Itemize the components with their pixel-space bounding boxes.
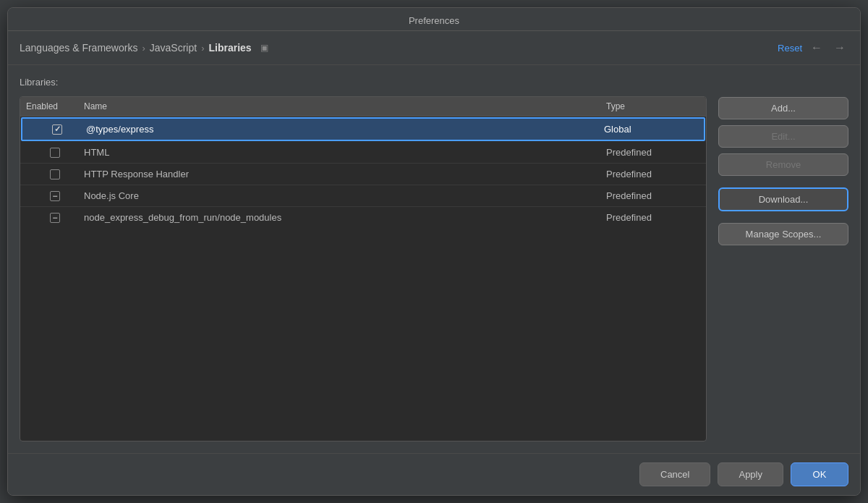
breadcrumb-row: Languages & Frameworks › JavaScript › Li… [8, 31, 860, 65]
row-1-type: Global [604, 124, 698, 135]
row-2-type: Predefined [606, 147, 700, 158]
table-row[interactable]: HTML Predefined [20, 142, 706, 164]
download-button[interactable]: Download... [718, 187, 848, 211]
row-1-name: @types/express [86, 124, 604, 135]
row-2-checkbox[interactable] [50, 148, 60, 158]
left-panel: Libraries: Enabled Name Type @types/expr… [20, 77, 707, 441]
row-1-enabled-cell [28, 124, 86, 135]
row-4-type: Predefined [606, 190, 700, 201]
table-row[interactable]: Node.js Core Predefined [20, 185, 706, 207]
row-4-name: Node.js Core [84, 190, 606, 201]
table-row[interactable]: node_express_debug_from_run/node_modules… [20, 207, 706, 228]
col-name: Name [84, 101, 606, 111]
reset-button[interactable]: Reset [778, 43, 802, 54]
row-3-enabled-cell [26, 169, 84, 179]
layout-icon: ▣ [260, 43, 268, 53]
row-2-name: HTML [84, 147, 606, 158]
row-5-name: node_express_debug_from_run/node_modules [84, 212, 606, 223]
breadcrumb-sep-1: › [142, 43, 145, 54]
row-5-checkbox[interactable] [50, 213, 60, 223]
table-header: Enabled Name Type [20, 97, 706, 117]
apply-button[interactable]: Apply [718, 462, 783, 486]
forward-button[interactable]: → [831, 40, 848, 56]
section-label: Libraries: [20, 77, 707, 88]
table-body: @types/express Global HTML Predefined [20, 117, 706, 228]
row-4-checkbox[interactable] [50, 191, 60, 201]
row-3-type: Predefined [606, 169, 700, 179]
back-button[interactable]: ← [808, 40, 825, 56]
breadcrumb-sep-2: › [201, 43, 204, 54]
title-bar: Preferences [8, 8, 860, 31]
main-content: Libraries: Enabled Name Type @types/expr… [8, 65, 860, 453]
ok-button[interactable]: OK [791, 462, 848, 486]
row-5-enabled-cell [26, 213, 84, 223]
row-2-enabled-cell [26, 148, 84, 158]
table-row[interactable]: @types/express Global [21, 117, 705, 141]
breadcrumb-actions: Reset ← → [778, 40, 848, 56]
row-4-enabled-cell [26, 191, 84, 201]
col-type: Type [606, 101, 700, 111]
col-enabled: Enabled [26, 101, 84, 111]
breadcrumb-javascript[interactable]: JavaScript [150, 42, 197, 54]
right-panel: Add... Edit... Remove Download... Manage… [718, 77, 848, 441]
libraries-table: Enabled Name Type @types/express Global [20, 96, 707, 441]
edit-button[interactable]: Edit... [718, 125, 848, 148]
breadcrumb-lang-frameworks[interactable]: Languages & Frameworks [20, 42, 137, 54]
row-1-checkbox[interactable] [52, 124, 62, 135]
cancel-button[interactable]: Cancel [639, 462, 710, 486]
table-row[interactable]: HTTP Response Handler Predefined [20, 164, 706, 185]
row-5-type: Predefined [606, 212, 700, 223]
manage-scopes-button[interactable]: Manage Scopes... [718, 223, 848, 245]
footer: Cancel Apply OK [8, 453, 860, 495]
remove-button[interactable]: Remove [718, 153, 848, 176]
row-3-name: HTTP Response Handler [84, 169, 606, 179]
preferences-dialog: Preferences Languages & Frameworks › Jav… [7, 7, 861, 496]
dialog-title: Preferences [409, 15, 459, 26]
row-3-checkbox[interactable] [50, 169, 60, 179]
breadcrumb-libraries[interactable]: Libraries [208, 42, 251, 54]
add-button[interactable]: Add... [718, 97, 848, 119]
